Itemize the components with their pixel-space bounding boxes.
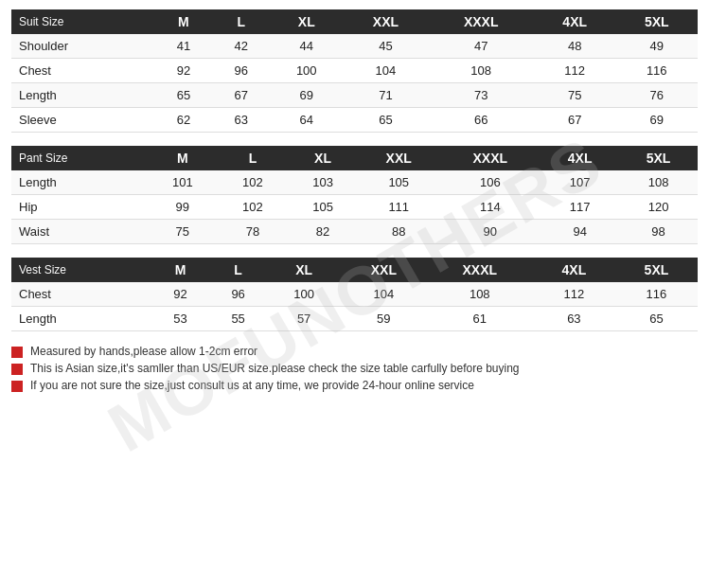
cell-value: 108 [427, 282, 533, 307]
pant-size-header: 4XL [541, 146, 619, 170]
cell-value: 101 [148, 170, 218, 195]
pant-size-header: L [218, 146, 288, 170]
table-suit: Suit SizeMLXLXXLXXXL4XL5XLShoulder414244… [11, 9, 698, 133]
table-row: Chest9296100104108112116 [11, 282, 698, 307]
cell-value: 98 [619, 220, 698, 244]
cell-value: 53 [151, 307, 209, 331]
cell-value: 71 [343, 83, 428, 108]
cell-value: 73 [428, 83, 533, 108]
vest-size-header: 5XL [615, 258, 698, 282]
cell-value: 102 [218, 195, 288, 220]
table-row: Length101102103105106107108 [11, 170, 698, 195]
cell-value: 111 [358, 195, 439, 220]
vest-size-header: 4XL [533, 258, 615, 282]
cell-value: 105 [288, 195, 358, 220]
cell-value: 94 [541, 220, 619, 244]
cell-value: 48 [534, 34, 616, 59]
cell-value: 104 [343, 59, 428, 83]
cell-value: 96 [212, 59, 270, 83]
note-icon [11, 381, 23, 392]
cell-value: 106 [439, 170, 541, 195]
cell-value: 64 [270, 108, 343, 133]
cell-value: 62 [155, 108, 213, 133]
cell-value: 112 [534, 59, 616, 83]
cell-value: 112 [533, 282, 615, 307]
row-label: Length [11, 83, 155, 108]
cell-value: 102 [218, 170, 288, 195]
table-row: Hip99102105111114117120 [11, 195, 698, 220]
cell-value: 100 [267, 282, 341, 307]
table-row: Length65676971737576 [11, 83, 698, 108]
suit-header-label: Suit Size [11, 9, 155, 34]
suit-size-header: XL [270, 9, 343, 34]
suit-size-header: XXL [343, 9, 428, 34]
suit-size-header: XXXL [428, 9, 533, 34]
cell-value: 107 [541, 170, 619, 195]
cell-value: 75 [534, 83, 616, 108]
vest-size-header: XL [267, 258, 341, 282]
cell-value: 47 [428, 34, 533, 59]
table-pant: Pant SizeMLXLXXLXXXL4XL5XLLength10110210… [11, 146, 698, 244]
cell-value: 104 [341, 282, 427, 307]
cell-value: 116 [615, 59, 698, 83]
cell-value: 65 [343, 108, 428, 133]
pant-size-header: 5XL [619, 146, 698, 170]
cell-value: 92 [155, 59, 213, 83]
cell-value: 69 [270, 83, 343, 108]
row-label: Length [11, 170, 148, 195]
cell-value: 45 [343, 34, 428, 59]
cell-value: 65 [155, 83, 213, 108]
cell-value: 108 [619, 170, 698, 195]
suit-size-header: L [212, 9, 270, 34]
cell-value: 61 [427, 307, 533, 331]
cell-value: 63 [212, 108, 270, 133]
table-row: Chest9296100104108112116 [11, 59, 698, 83]
suit-size-table: Suit SizeMLXLXXLXXXL4XL5XLShoulder414244… [11, 9, 698, 133]
vest-size-header: M [151, 258, 209, 282]
vest-size-header: L [209, 258, 267, 282]
cell-value: 105 [358, 170, 439, 195]
row-label: Length [11, 307, 151, 331]
pant-size-header: XXXL [439, 146, 541, 170]
cell-value: 75 [148, 220, 218, 244]
pant-size-header: XL [288, 146, 358, 170]
cell-value: 92 [151, 282, 209, 307]
table-row: Waist75788288909498 [11, 220, 698, 244]
note-text: Measured by hands,please allow 1-2cm err… [30, 345, 257, 358]
cell-value: 49 [615, 34, 698, 59]
suit-size-header: 4XL [534, 9, 616, 34]
cell-value: 41 [155, 34, 213, 59]
pant-size-header: M [148, 146, 218, 170]
table-vest: Vest SizeMLXLXXLXXXL4XL5XLChest929610010… [11, 258, 698, 331]
cell-value: 114 [439, 195, 541, 220]
cell-value: 55 [209, 307, 267, 331]
cell-value: 63 [533, 307, 615, 331]
row-label: Hip [11, 195, 148, 220]
cell-value: 44 [270, 34, 343, 59]
suit-size-header: 5XL [615, 9, 698, 34]
suit-size-header: M [155, 9, 213, 34]
cell-value: 82 [288, 220, 358, 244]
cell-value: 76 [615, 83, 698, 108]
table-row: Length53555759616365 [11, 307, 698, 331]
cell-value: 66 [428, 108, 533, 133]
cell-value: 57 [267, 307, 341, 331]
row-label: Chest [11, 282, 151, 307]
vest-size-header: XXXL [427, 258, 533, 282]
cell-value: 59 [341, 307, 427, 331]
cell-value: 120 [619, 195, 698, 220]
cell-value: 88 [358, 220, 439, 244]
cell-value: 69 [615, 108, 698, 133]
row-label: Sleeve [11, 108, 155, 133]
pant-header-label: Pant Size [11, 146, 148, 170]
note-item: This is Asian size,it's samller than US/… [11, 362, 698, 375]
cell-value: 67 [534, 108, 616, 133]
vest-size-header: XXL [341, 258, 427, 282]
note-text: If you are not sure the size,just consul… [30, 379, 474, 392]
cell-value: 96 [209, 282, 267, 307]
vest-header-label: Vest Size [11, 258, 151, 282]
cell-value: 108 [428, 59, 533, 83]
cell-value: 42 [212, 34, 270, 59]
note-icon [11, 364, 23, 375]
cell-value: 65 [615, 307, 698, 331]
